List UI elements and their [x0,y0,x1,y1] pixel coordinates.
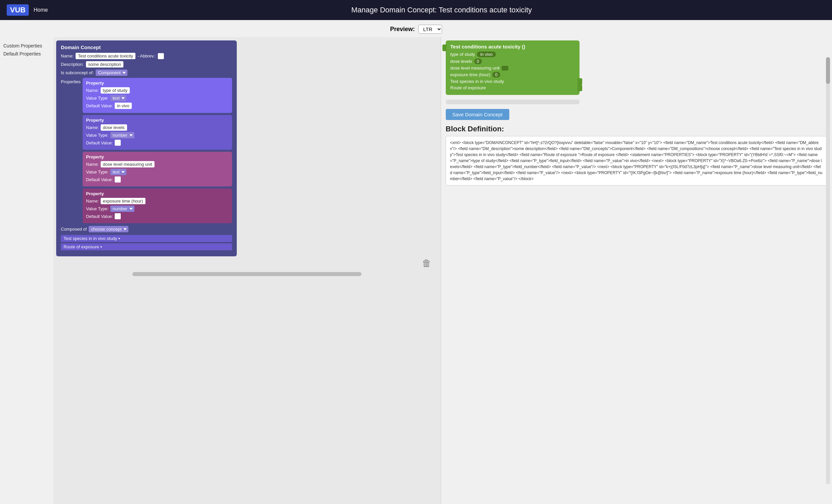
preview-label-0: type of study [450,52,475,57]
sidebar-item-default-properties[interactable]: Default Properties [3,51,50,56]
property-name-row-2: Name: dose level measuring unit [86,161,229,167]
property-valuetype-label-3: Value Type: [86,206,108,211]
preview-row-3: exposure time (hour) 0 [450,72,575,78]
home-link[interactable]: Home [33,7,48,13]
property-name-value-0[interactable]: type of study [101,87,130,94]
preview-row-2: dose level measuring unit [450,65,575,71]
domain-concept-block: Domain Concept Name: Test conditions acu… [56,41,237,256]
property-valuetype-row-2: Value Type: text [86,169,229,175]
header: VUB Home Manage Domain Concept: Test con… [0,0,832,20]
right-scrollbar[interactable] [826,57,830,484]
property-title-1: Property [86,117,229,123]
property-valuetype-select-0[interactable]: text [110,95,126,101]
preview-label: Preview: [390,26,415,33]
subconcept-label: Is subconcept of: [61,70,94,75]
property-valuetype-row-0: Value Type: text [86,95,229,101]
property-block-2: Property Name: dose level measuring unit… [83,152,232,186]
sidebar-item-custom-properties[interactable]: Custom Properties [3,43,50,49]
property-title-0: Property [86,81,229,85]
property-block-1: Property Name: dose levels Value Type: n… [83,115,232,150]
vub-logo: VUB [7,4,29,16]
property-name-value-3[interactable]: exposure time (hour) [101,198,146,204]
description-row: Description: some description [61,61,232,68]
property-default-label-0: Default Value: [86,103,113,108]
preview-label-3: exposure time (hour) [450,72,491,77]
property-default-label-1: Default Value: [86,140,113,145]
right-scrollbar-thumb [826,57,830,84]
preview-select[interactable]: LTR RTL [418,25,442,34]
property-default-checkbox-1[interactable] [115,140,121,146]
property-name-label-1: Name: [86,125,99,130]
property-default-value-0[interactable]: in vivo [115,103,132,109]
property-name-label-0: Name: [86,88,99,93]
extra-concept-1[interactable]: Route of exposure ▾ [61,243,232,250]
subconcept-select[interactable]: Component [96,70,127,76]
property-valuetype-select-3[interactable]: number [110,206,134,212]
property-default-checkbox-2[interactable] [115,177,121,183]
property-valuetype-label-1: Value Type: [86,133,108,138]
property-name-value-1[interactable]: dose levels [101,124,127,131]
property-valuetype-select-2[interactable]: text [110,169,126,175]
property-default-row-2: Default Value: [86,177,229,183]
preview-label-2: dose level measuring unit [450,65,500,71]
composed-of-row: Composed of choose concept [61,226,232,232]
properties-list: Property Name: type of study Value Type:… [83,78,232,223]
preview-row-4: Test species in in vivo study [450,79,575,84]
preview-wrapper: Test conditions acute toxicity () type o… [446,41,579,104]
page-title: Manage Domain Concept: Test conditions a… [58,6,825,15]
property-name-label-3: Name: [86,198,99,204]
properties-section: Properties Property Name: type of study … [61,78,232,223]
preview-value-0: in vivo [477,51,496,57]
preview-bar: Preview: LTR RTL [0,20,832,37]
preview-label-5: Route of exposure [450,85,486,90]
center-panel[interactable]: Domain Concept Name: Test conditions acu… [53,37,441,504]
trash-icon[interactable]: 🗑 [422,258,432,269]
property-default-row-1: Default Value: [86,140,229,146]
preview-hscroll[interactable] [446,100,579,104]
property-title-3: Property [86,191,229,196]
extra-concepts: Test species in in vivo study ▾ Route of… [61,235,232,250]
block-def-content: <xml> <block type="DOMAINCONCEPT" id="hH… [446,136,828,185]
description-value[interactable]: some description [86,61,123,68]
trash-area: 🗑 [56,258,438,269]
property-default-label-2: Default Value: [86,177,113,182]
property-valuetype-row-1: Value Type: number [86,132,229,138]
subconcept-row: Is subconcept of: Component [61,70,232,76]
property-block-0: Property Name: type of study Value Type:… [83,78,232,113]
property-block-3: Property Name: exposure time (hour) Valu… [83,188,232,223]
property-default-row-3: Default Value: [86,213,229,219]
abbrev-checkbox[interactable] [158,53,164,59]
preview-value-2 [502,66,508,71]
domain-block-title: Domain Concept [61,45,232,50]
preview-label-4: Test species in in vivo study [450,79,504,84]
composed-select[interactable]: choose concept [88,226,128,232]
block-def-title: Block Definition: [446,125,828,133]
preview-left-notch [442,45,446,51]
property-name-row-3: Name: exposure time (hour) [86,198,229,204]
name-value[interactable]: Test conditions acute toxicity [76,53,135,59]
save-button[interactable]: Save Domain Concept [446,109,509,120]
property-name-value-2[interactable]: dose level measuring unit [101,161,155,167]
right-panel: Test conditions acute toxicity () type o… [441,37,832,504]
properties-label: Properties [61,79,81,223]
composed-label: Composed of [61,227,87,232]
center-scrollbar[interactable] [132,272,362,276]
preview-row-5: Route of exposure [450,85,575,90]
property-default-label-3: Default Value: [86,214,113,219]
property-valuetype-select-1[interactable]: number [110,132,134,138]
property-valuetype-label-0: Value Type: [86,96,108,101]
preview-value-3: 0 [492,72,500,78]
notch-4 [577,78,582,85]
abbrev-label: - Abbrev.: [137,53,156,58]
property-default-checkbox-3[interactable] [115,213,121,219]
preview-label-1: dose levels [450,59,472,64]
description-label: Description: [61,62,84,67]
property-valuetype-label-2: Value Type: [86,169,108,175]
extra-concept-0[interactable]: Test species in in vivo study ▾ [61,235,232,242]
preview-row-1: dose levels 0 [450,58,575,64]
left-sidebar: Custom Properties Default Properties [0,37,53,504]
name-row: Name: Test conditions acute toxicity - A… [61,53,232,59]
notch-5 [577,84,582,91]
preview-concept-block: Test conditions acute toxicity () type o… [446,41,579,95]
name-label: Name: [61,53,74,58]
